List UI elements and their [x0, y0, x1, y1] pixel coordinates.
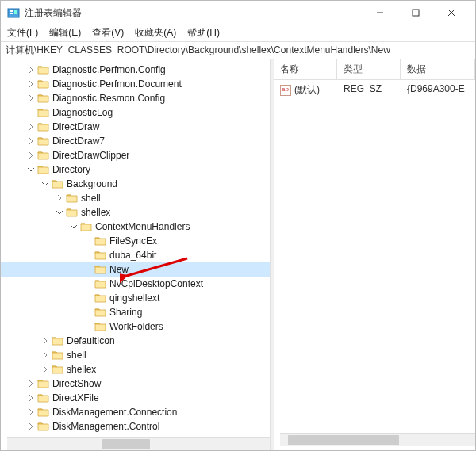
folder-icon: [37, 392, 50, 403]
chevron-right-icon[interactable]: [25, 78, 37, 90]
tree-item-label: DiskManagement.Connection: [52, 407, 177, 418]
column-header-type[interactable]: 类型: [337, 59, 401, 79]
tree-item[interactable]: Diagnostic.Perfmon.Document: [1, 77, 270, 91]
tree-item[interactable]: Diagnostic.Perfmon.Config: [1, 63, 270, 77]
tree-item[interactable]: WorkFolders: [1, 319, 270, 334]
tree-item-label: Directory: [52, 164, 90, 175]
tree-item[interactable]: DefaultIcon: [1, 334, 270, 348]
tree-item[interactable]: shell: [1, 348, 270, 362]
tree-item-label: DirectDraw: [52, 121, 99, 132]
chevron-down-icon[interactable]: [39, 178, 52, 190]
chevron-right-icon[interactable]: [25, 135, 37, 147]
tree-item[interactable]: DirectXFile: [1, 391, 270, 405]
value-row[interactable]: (默认)REG_SZ{D969A300-E: [274, 80, 475, 100]
folder-icon: [52, 350, 64, 361]
maximize-button[interactable]: [397, 1, 433, 25]
folder-icon: [37, 107, 50, 118]
tree-item-label: duba_64bit: [109, 250, 156, 261]
tree-item[interactable]: DirectDraw: [1, 120, 270, 134]
tree-item[interactable]: DiskManagement.Control: [1, 419, 270, 434]
tree-item-label: shell: [81, 193, 101, 204]
tree-item[interactable]: Background: [1, 177, 270, 191]
chevron-down-icon[interactable]: [53, 206, 66, 219]
chevron-right-icon[interactable]: [53, 192, 66, 204]
menu-edit[interactable]: 编辑(E): [49, 26, 81, 40]
chevron-right-icon[interactable]: [39, 363, 52, 376]
tree-pane[interactable]: Diagnostic.Perfmon.ConfigDiagnostic.Perf…: [1, 59, 271, 450]
horizontal-scrollbar[interactable]: [280, 433, 475, 446]
tree-item-label: Diagnostic.Perfmon.Document: [52, 78, 182, 90]
tree-item[interactable]: DiskManagement.Connection: [1, 405, 270, 419]
tree-item[interactable]: shellex: [1, 205, 270, 220]
tree-item[interactable]: ContextMenuHandlers: [1, 220, 270, 234]
spacer: [82, 306, 94, 319]
tree-item[interactable]: FileSyncEx: [1, 234, 270, 248]
chevron-right-icon[interactable]: [25, 63, 37, 76]
tree-item[interactable]: Sharing: [1, 305, 270, 319]
tree-item[interactable]: New: [1, 262, 270, 277]
tree-item-label: FileSyncEx: [109, 235, 157, 247]
window-title: 注册表编辑器: [25, 6, 362, 20]
tree-item-label: ContextMenuHandlers: [95, 221, 190, 232]
folder-icon: [37, 421, 50, 432]
tree-item[interactable]: shell: [1, 191, 270, 205]
addressbar[interactable]: 计算机\HKEY_CLASSES_ROOT\Directory\Backgrou…: [1, 42, 475, 59]
chevron-right-icon[interactable]: [25, 377, 37, 390]
menu-file[interactable]: 文件(F): [7, 26, 38, 40]
tree-item[interactable]: qingshellext: [1, 291, 270, 305]
close-button[interactable]: [433, 1, 469, 25]
tree-item[interactable]: DirectDraw7: [1, 134, 270, 148]
tree-item-label: shellex: [81, 207, 110, 218]
tree-item[interactable]: duba_64bit: [1, 248, 270, 262]
tree-item[interactable]: Directory: [1, 162, 270, 177]
column-header-data[interactable]: 数据: [401, 59, 475, 79]
folder-icon: [37, 64, 50, 75]
folder-icon: [37, 407, 50, 418]
chevron-right-icon[interactable]: [25, 149, 37, 162]
chevron-down-icon[interactable]: [25, 163, 37, 176]
tree-item[interactable]: DirectDrawClipper: [1, 148, 270, 162]
value-name: (默认): [294, 84, 320, 95]
tree-item-label: shellex: [67, 364, 96, 375]
chevron-right-icon[interactable]: [25, 92, 37, 105]
chevron-right-icon[interactable]: [25, 420, 37, 433]
chevron-right-icon[interactable]: [25, 406, 37, 419]
horizontal-scrollbar[interactable]: [7, 437, 270, 450]
tree-item[interactable]: shellex: [1, 362, 270, 376]
menu-help[interactable]: 帮助(H): [187, 26, 220, 40]
folder-icon: [37, 121, 50, 132]
folder-icon: [37, 78, 50, 90]
tree-item[interactable]: NvCplDesktopContext: [1, 277, 270, 291]
tree-item[interactable]: DiagnosticLog: [1, 105, 270, 120]
spacer: [82, 277, 94, 290]
folder-icon: [94, 307, 107, 318]
tree-item-label: Diagnostic.Perfmon.Config: [52, 64, 166, 75]
values-pane[interactable]: 名称 类型 数据 (默认)REG_SZ{D969A300-E: [274, 59, 475, 450]
chevron-right-icon[interactable]: [39, 349, 52, 361]
chevron-down-icon[interactable]: [67, 220, 80, 233]
spacer: [82, 235, 94, 247]
chevron-right-icon[interactable]: [39, 334, 52, 347]
folder-icon: [94, 235, 107, 247]
tree-item-label: qingshellext: [109, 292, 159, 304]
tree-item-label: DirectXFile: [52, 392, 99, 403]
minimize-button[interactable]: [362, 1, 397, 25]
folder-icon: [37, 378, 50, 389]
chevron-right-icon[interactable]: [25, 120, 37, 133]
tree-item[interactable]: Diagnostic.Resmon.Config: [1, 91, 270, 105]
svg-rect-5: [413, 10, 419, 16]
menu-view[interactable]: 查看(V): [92, 26, 124, 40]
folder-icon: [37, 136, 50, 147]
menu-favorites[interactable]: 收藏夹(A): [135, 26, 176, 40]
svg-rect-1: [10, 10, 13, 12]
menubar: 文件(F) 编辑(E) 查看(V) 收藏夹(A) 帮助(H): [1, 25, 475, 42]
svg-rect-3: [14, 10, 17, 14]
column-header-name[interactable]: 名称: [274, 59, 337, 79]
tree-item-label: Background: [67, 178, 117, 189]
chevron-right-icon[interactable]: [25, 392, 37, 404]
folder-icon: [37, 150, 50, 161]
folder-icon: [94, 292, 107, 304]
tree-item-label: NvCplDesktopContext: [109, 278, 203, 289]
folder-icon: [94, 278, 107, 289]
tree-item[interactable]: DirectShow: [1, 376, 270, 391]
